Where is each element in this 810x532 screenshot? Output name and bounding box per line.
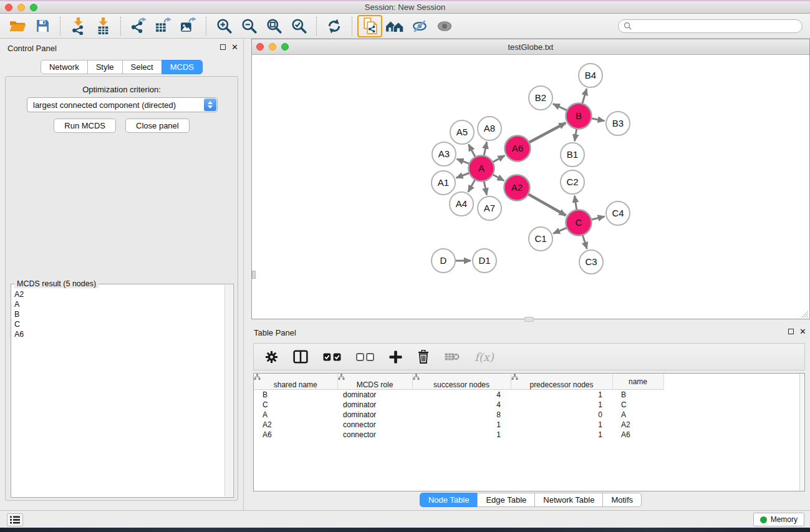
zoom-fit-icon[interactable] <box>261 16 286 37</box>
graph-edge-A-A7[interactable] <box>484 181 487 195</box>
column-header-name[interactable]: name <box>612 374 663 390</box>
graph-node-A4[interactable]: A4 <box>450 192 473 216</box>
home-icon[interactable] <box>382 16 407 37</box>
graph-node-C[interactable]: C <box>566 210 592 236</box>
zoom-out-icon[interactable] <box>236 16 261 37</box>
graph-node-B1[interactable]: B1 <box>561 143 584 167</box>
graph-edge-B-B2[interactable] <box>553 104 567 110</box>
graph-edge-B-B3[interactable] <box>591 118 604 121</box>
graph-node-A8[interactable]: A8 <box>478 117 501 140</box>
graph-edge-A-A1[interactable] <box>456 173 470 178</box>
refresh-view-icon[interactable] <box>322 16 347 37</box>
delete-row-trash-icon[interactable] <box>417 350 430 364</box>
resize-grip-icon[interactable] <box>800 309 808 317</box>
graph-node-D1[interactable]: D1 <box>473 249 496 273</box>
graph-edge-A-A5[interactable] <box>468 144 475 157</box>
table-row[interactable]: Adominator80A <box>254 410 796 420</box>
graph-edge-A-A3[interactable] <box>457 159 470 164</box>
network-window-titlebar[interactable]: testGlobe.txt <box>252 39 809 55</box>
tab-network[interactable]: Network <box>41 60 88 74</box>
graph-node-A7[interactable]: A7 <box>478 196 501 220</box>
column-header-mcds-role[interactable]: MCDS role <box>337 374 412 390</box>
window-edge-handle[interactable] <box>252 271 256 279</box>
mcds-result-item[interactable]: C <box>12 319 224 329</box>
graph-edge-A-A6[interactable] <box>493 155 504 162</box>
graph-edge-A2-C[interactable] <box>528 194 566 215</box>
run-mcds-button[interactable]: Run MCDS <box>54 118 116 133</box>
select-all-checkboxes-icon[interactable] <box>323 353 341 361</box>
tab-motifs[interactable]: Motifs <box>602 493 642 507</box>
export-network-icon[interactable] <box>126 16 151 37</box>
zoom-in-icon[interactable] <box>211 16 236 37</box>
mcds-result-item[interactable]: B <box>12 309 224 319</box>
tab-style[interactable]: Style <box>87 60 123 74</box>
open-file-icon[interactable] <box>5 16 30 37</box>
graph-node-A6[interactable]: A6 <box>505 136 531 162</box>
graph-node-D[interactable]: D <box>432 249 455 273</box>
graph-node-C1[interactable]: C1 <box>529 227 552 251</box>
tab-mcds[interactable]: MCDS <box>162 60 203 74</box>
close-table-panel-icon[interactable]: ✕ <box>799 328 806 335</box>
splitter-handle[interactable] <box>524 317 534 322</box>
graph-edge-C-C4[interactable] <box>591 216 605 220</box>
show-columns-icon[interactable] <box>293 350 308 364</box>
graph-node-C4[interactable]: C4 <box>606 201 630 225</box>
save-session-icon[interactable] <box>30 16 55 37</box>
graph-node-A2[interactable]: A2 <box>504 175 530 201</box>
import-network-icon[interactable] <box>65 16 90 37</box>
graph-edge-B-B1[interactable] <box>575 128 577 141</box>
hide-panels-eye-icon[interactable] <box>407 16 432 37</box>
criterion-dropdown[interactable]: largest connected component (directed) <box>27 97 218 112</box>
import-table-icon[interactable] <box>90 16 115 37</box>
graph-edge-B-B4[interactable] <box>582 89 587 104</box>
export-image-icon[interactable] <box>176 16 201 37</box>
mcds-result-item[interactable]: A <box>12 299 224 309</box>
graph-edge-A-A4[interactable] <box>468 180 475 192</box>
graph-node-B3[interactable]: B3 <box>606 112 630 135</box>
deselect-all-checkboxes-icon[interactable] <box>356 353 374 361</box>
graph-node-B4[interactable]: B4 <box>579 64 602 87</box>
table-row[interactable]: A2connector11A2 <box>254 420 796 430</box>
export-table-icon[interactable] <box>151 16 176 37</box>
graph-node-B2[interactable]: B2 <box>529 86 552 110</box>
delete-table-icon[interactable] <box>445 352 460 361</box>
graph-node-B[interactable]: B <box>566 104 592 129</box>
graph-edge-C-C3[interactable] <box>582 235 587 249</box>
settings-gear-icon[interactable] <box>265 351 278 364</box>
zoom-selected-icon[interactable] <box>286 16 311 37</box>
search-input[interactable] <box>618 19 803 33</box>
table-row[interactable]: Bdominator41B <box>254 390 796 400</box>
float-table-panel-icon[interactable] <box>788 329 794 334</box>
open-network-file-icon[interactable] <box>357 15 382 37</box>
tab-edge-table[interactable]: Edge Table <box>477 493 535 507</box>
graph-node-A5[interactable]: A5 <box>450 120 474 144</box>
table-row[interactable]: A6connector11A6 <box>254 430 796 440</box>
graph-edge-C-C2[interactable] <box>574 196 577 210</box>
mcds-result-list[interactable]: A2ABCA6 <box>12 289 224 496</box>
graph-edge-A-A8[interactable] <box>484 142 487 156</box>
task-history-button[interactable] <box>7 513 23 526</box>
graph-node-A[interactable]: A <box>469 156 494 181</box>
mcds-result-item[interactable]: A2 <box>12 289 224 299</box>
graph-edge-A-A2[interactable] <box>493 175 504 181</box>
column-header-shared-name[interactable]: shared name <box>254 374 337 390</box>
graph-node-C2[interactable]: C2 <box>561 170 584 194</box>
result-scrollbar[interactable] <box>224 285 233 496</box>
close-panel-icon[interactable]: ✕ <box>231 44 238 51</box>
table-row[interactable]: Cdominator41C <box>254 400 796 410</box>
graph-edge-A6-B[interactable] <box>529 123 566 142</box>
tab-network-table[interactable]: Network Table <box>534 493 603 507</box>
memory-button[interactable]: Memory <box>753 513 804 526</box>
show-panels-eye-icon[interactable] <box>432 16 457 37</box>
column-header-successor-nodes[interactable]: successor nodes <box>412 374 511 390</box>
graph-node-C3[interactable]: C3 <box>579 250 603 274</box>
table-scrollbar[interactable] <box>799 374 804 491</box>
column-header-predecessor-nodes[interactable]: predecessor nodes <box>511 374 612 390</box>
tab-select[interactable]: Select <box>122 60 162 74</box>
add-row-icon[interactable] <box>389 351 402 364</box>
mcds-result-item[interactable]: A6 <box>12 329 224 339</box>
graph-node-A1[interactable]: A1 <box>432 171 455 195</box>
graph-edge-C-C1[interactable] <box>553 228 567 233</box>
function-builder-icon[interactable]: f(x) <box>475 351 494 364</box>
tab-node-table[interactable]: Node Table <box>420 493 478 507</box>
